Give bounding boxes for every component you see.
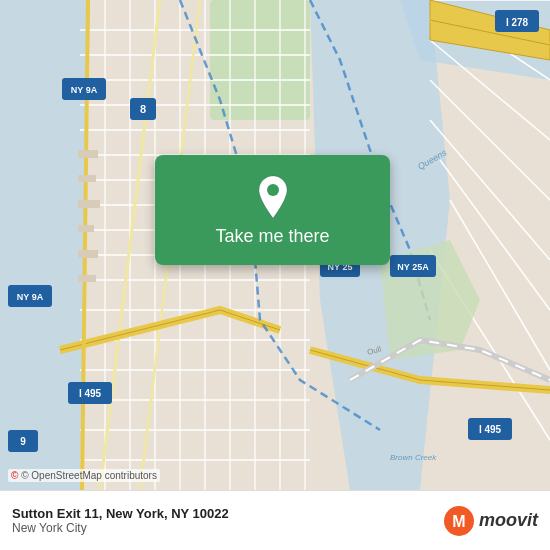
moovit-logo[interactable]: M moovit: [443, 505, 538, 537]
location-city: New York City: [12, 521, 229, 535]
osm-attribution: © © OpenStreetMap contributors: [8, 469, 160, 482]
take-me-there-card[interactable]: Take me there: [155, 155, 390, 265]
svg-text:8: 8: [140, 103, 146, 115]
svg-text:NY 9A: NY 9A: [71, 85, 98, 95]
svg-text:M: M: [452, 513, 465, 530]
location-name: Sutton Exit 11, New York, NY 10022: [12, 506, 229, 521]
svg-text:Brown Creek: Brown Creek: [390, 453, 437, 462]
location-info: Sutton Exit 11, New York, NY 10022 New Y…: [12, 506, 229, 535]
moovit-text: moovit: [479, 510, 538, 531]
svg-rect-41: [78, 225, 94, 232]
location-pin-icon: [254, 174, 292, 220]
svg-text:NY 9A: NY 9A: [17, 292, 44, 302]
svg-text:NY 25A: NY 25A: [397, 262, 429, 272]
svg-rect-43: [78, 275, 96, 282]
svg-point-65: [267, 184, 279, 196]
take-me-there-button[interactable]: Take me there: [215, 226, 329, 247]
svg-rect-40: [78, 200, 100, 208]
map-container: I 278 I 495 I 495 NY 9A NY 9A 9 NY 25 NY…: [0, 0, 550, 490]
svg-text:I 495: I 495: [479, 424, 502, 435]
svg-text:I 495: I 495: [79, 388, 102, 399]
svg-rect-42: [78, 250, 98, 258]
copyright-symbol: ©: [11, 470, 18, 481]
osm-text: © OpenStreetMap contributors: [21, 470, 157, 481]
svg-rect-38: [78, 150, 98, 158]
svg-text:I 278: I 278: [506, 17, 529, 28]
svg-rect-39: [78, 175, 96, 182]
svg-rect-1: [210, 0, 310, 120]
svg-text:9: 9: [20, 436, 26, 447]
bottom-bar: Sutton Exit 11, New York, NY 10022 New Y…: [0, 490, 550, 550]
moovit-icon: M: [443, 505, 475, 537]
